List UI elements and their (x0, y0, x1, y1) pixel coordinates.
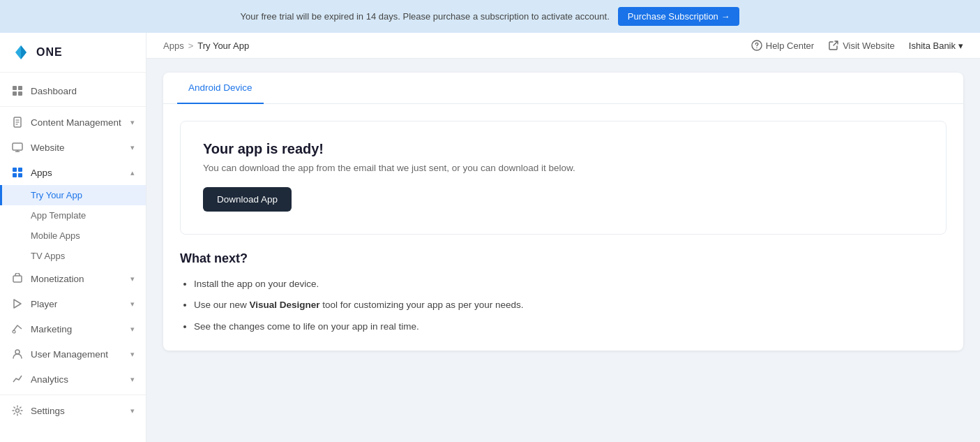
svg-rect-13 (13, 173, 17, 177)
svg-point-19 (16, 409, 20, 413)
app-ready-title: Your app is ready! (203, 141, 924, 157)
breadcrumb-parent[interactable]: Apps (163, 40, 184, 51)
chevron-down-icon: ▾ (130, 143, 135, 152)
monitor-icon (11, 141, 24, 154)
purchase-subscription-button[interactable]: Purchase Subscription → (618, 7, 740, 26)
sidebar-nav: Dashboard Content Management ▾ Website ▾ (0, 73, 146, 442)
sidebar-item-marketing[interactable]: Marketing ▾ (0, 316, 146, 341)
what-next-item-2-before: Use our new (194, 300, 250, 310)
sidebar-item-settings[interactable]: Settings ▾ (0, 398, 146, 423)
svg-rect-12 (18, 168, 22, 172)
logo-icon (11, 43, 31, 62)
what-next-item-3: See the changes come to life on your app… (194, 321, 419, 332)
sidebar-item-analytics-label: Analytics (31, 374, 68, 385)
sidebar-item-content-management[interactable]: Content Management ▾ (0, 110, 146, 135)
what-next-list: Install the app on your device. Use our … (180, 277, 947, 334)
monetization-icon (11, 272, 24, 285)
chevron-down-icon: ▾ (130, 118, 135, 127)
svg-rect-8 (13, 143, 22, 150)
banner-message: Your free trial will be expired in 14 da… (241, 11, 610, 22)
main-content: Apps > Try Your App Help Center Visit We… (146, 33, 980, 442)
what-next-section: What next? Install the app on your devic… (180, 251, 947, 334)
what-next-item-2-after: tool for customizing your app as per you… (320, 300, 524, 310)
sidebar-item-player-label: Player (31, 299, 57, 309)
sidebar-item-apps-label: Apps (31, 168, 52, 178)
svg-rect-11 (13, 168, 17, 172)
sidebar-subitem-app-template[interactable]: App Template (0, 205, 146, 226)
sidebar-item-website-label: Website (31, 142, 65, 153)
breadcrumb-separator: > (188, 40, 194, 51)
content-area: Android Device Your app is ready! You ca… (146, 59, 980, 442)
svg-rect-0 (13, 86, 17, 90)
svg-marker-16 (14, 300, 21, 308)
sidebar-item-marketing-label: Marketing (31, 324, 72, 334)
sidebar: ONE Dashboard Content Management ▾ (0, 33, 146, 442)
svg-point-18 (15, 350, 20, 354)
list-item: See the changes come to life on your app… (194, 320, 947, 334)
sidebar-item-user-management[interactable]: User Management ▾ (0, 341, 146, 367)
svg-rect-1 (18, 86, 22, 90)
help-icon (751, 40, 762, 51)
help-center-link[interactable]: Help Center (751, 40, 814, 51)
svg-rect-15 (13, 276, 22, 282)
user-icon (11, 348, 24, 360)
sidebar-item-analytics[interactable]: Analytics ▾ (0, 367, 146, 392)
header-actions: Help Center Visit Website Ishita Banik ▾ (751, 40, 963, 51)
content-card: Android Device Your app is ready! You ca… (163, 73, 963, 351)
what-next-visual-designer: Visual Designer (250, 300, 320, 310)
sidebar-item-apps[interactable]: Apps ▴ (0, 160, 146, 185)
list-item: Install the app on your device. (194, 277, 947, 291)
chevron-down-icon: ▾ (130, 350, 135, 359)
analytics-icon (11, 373, 24, 385)
document-icon (11, 116, 24, 128)
what-next-item-1: Install the app on your device. (194, 279, 319, 289)
player-icon (11, 297, 24, 310)
tab-android-device[interactable]: Android Device (177, 73, 264, 104)
app-ready-subtitle: You can download the app from the email … (203, 163, 924, 173)
user-name-label: Ishita Banik (909, 40, 956, 51)
sidebar-item-dashboard[interactable]: Dashboard (0, 78, 146, 103)
chevron-down-icon: ▾ (130, 406, 135, 415)
breadcrumb-current: Try Your App (197, 40, 249, 51)
chevron-down-icon: ▾ (130, 274, 135, 283)
breadcrumb: Apps > Try Your App (163, 40, 249, 51)
header-bar: Apps > Try Your App Help Center Visit We… (146, 33, 980, 59)
sidebar-subitem-try-your-app[interactable]: Try Your App (0, 185, 146, 205)
svg-rect-3 (18, 91, 22, 96)
sidebar-item-player[interactable]: Player ▾ (0, 291, 146, 316)
sidebar-item-monetization[interactable]: Monetization ▾ (0, 266, 146, 291)
what-next-title: What next? (180, 251, 947, 266)
logo-text: ONE (36, 46, 63, 59)
sidebar-item-website[interactable]: Website ▾ (0, 135, 146, 160)
sidebar-item-user-management-label: User Management (31, 349, 108, 360)
list-item: Use our new Visual Designer tool for cus… (194, 298, 947, 312)
chevron-up-icon: ▴ (130, 168, 135, 177)
sidebar-item-settings-label: Settings (31, 406, 65, 416)
chevron-down-icon: ▾ (130, 325, 135, 334)
settings-icon (11, 404, 24, 417)
svg-rect-2 (13, 91, 17, 96)
sidebar-item-content-management-label: Content Management (31, 117, 121, 128)
visit-website-label: Visit Website (843, 40, 895, 51)
grid-icon (11, 84, 24, 97)
sidebar-item-monetization-label: Monetization (31, 274, 84, 284)
external-link-icon (828, 40, 839, 51)
tabs-bar: Android Device (163, 73, 963, 104)
marketing-icon (11, 323, 24, 335)
help-center-label: Help Center (766, 40, 814, 51)
user-chevron-icon: ▾ (958, 40, 963, 51)
chevron-down-icon: ▾ (130, 300, 135, 309)
sidebar-subitem-mobile-apps[interactable]: Mobile Apps (0, 226, 146, 246)
apps-icon (11, 166, 24, 179)
app-ready-card: Your app is ready! You can download the … (180, 121, 947, 235)
chevron-down-icon: ▾ (130, 375, 135, 384)
visit-website-link[interactable]: Visit Website (828, 40, 895, 51)
svg-rect-14 (18, 173, 22, 177)
sidebar-item-dashboard-label: Dashboard (31, 86, 77, 96)
download-app-button[interactable]: Download App (203, 187, 292, 212)
svg-point-21 (756, 47, 757, 48)
logo: ONE (0, 33, 146, 73)
sidebar-subitem-tv-apps[interactable]: TV Apps (0, 246, 146, 266)
trial-banner: Your free trial will be expired in 14 da… (0, 0, 980, 33)
user-menu[interactable]: Ishita Banik ▾ (909, 40, 963, 51)
